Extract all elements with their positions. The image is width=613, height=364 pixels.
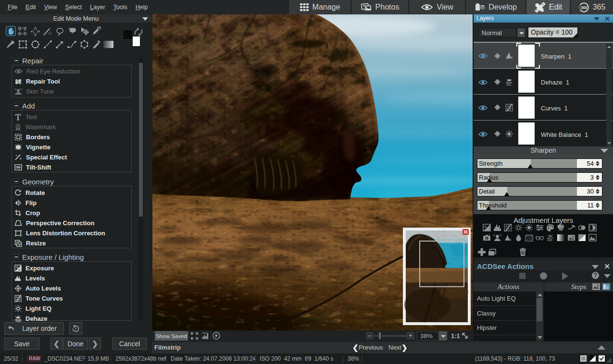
svg-text:365: 365 [580, 5, 587, 10]
